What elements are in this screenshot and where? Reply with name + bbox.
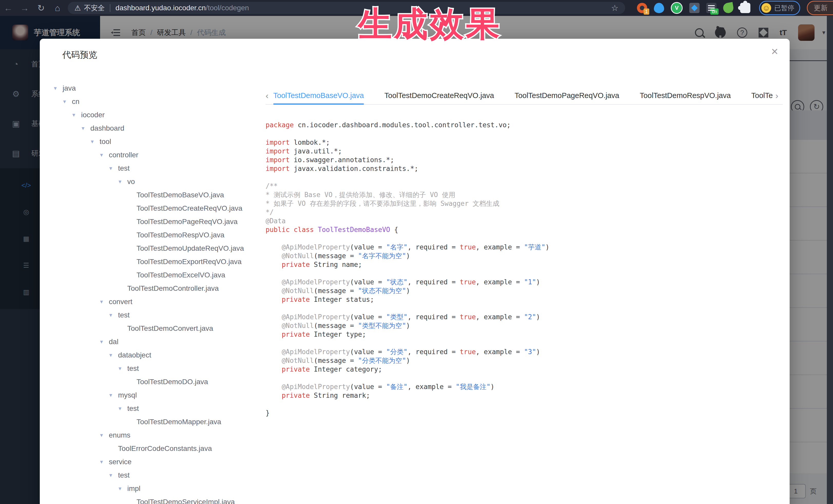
ext-diamond-icon[interactable] [689, 3, 699, 13]
tree-folder[interactable]: ▾tool [54, 135, 264, 148]
tree-file[interactable]: ToolTestDemoController.java [54, 282, 264, 295]
update-label: 更新 [814, 3, 828, 13]
tree-node-label: ToolTestDemoDO.java [137, 378, 208, 386]
back-icon[interactable]: ← [0, 3, 17, 13]
caret-down-icon[interactable]: ▾ [81, 125, 90, 131]
caret-down-icon[interactable]: ▾ [119, 365, 127, 372]
tree-node-label: test [127, 404, 139, 413]
tab-ToolTestDemoPageReqVO.java[interactable]: ToolTestDemoPageReqVO.java [504, 87, 629, 104]
tree-folder[interactable]: ▾test [54, 162, 264, 175]
tree-folder[interactable]: ▾test [54, 402, 264, 415]
tree-folder[interactable]: ▾vo [54, 175, 264, 188]
forward-icon[interactable]: → [17, 3, 33, 13]
caret-down-icon[interactable]: ▾ [109, 165, 118, 172]
tree-file[interactable]: ToolTestDemoConvert.java [54, 322, 264, 335]
tree-node-label: java [63, 84, 76, 92]
tree-folder[interactable]: ▾java [54, 81, 264, 95]
tree-node-label: ToolTestDemoController.java [127, 284, 219, 292]
caret-down-icon[interactable]: ▾ [100, 298, 109, 305]
url-path[interactable]: /tool/codegen [206, 4, 249, 12]
browser-menu-icon[interactable]: ⋮ [831, 4, 833, 12]
tree-node-label: iocoder [81, 111, 105, 119]
tree-folder[interactable]: ▾iocoder [54, 108, 264, 122]
caret-down-icon[interactable]: ▾ [100, 152, 109, 158]
bookmark-star-icon[interactable]: ☆ [611, 3, 618, 13]
tab-ToolTestDemoCreateReqVO.java[interactable]: ToolTestDemoCreateReqVO.java [374, 87, 504, 104]
tree-folder[interactable]: ▾test [54, 469, 264, 482]
tree-folder[interactable]: ▾test [54, 362, 264, 375]
tree-file[interactable]: ToolTestDemoBaseVO.java [54, 188, 264, 202]
reload-icon[interactable]: ↻ [33, 3, 49, 13]
url-host[interactable]: dashboard.yudao.iocoder.cn [116, 4, 206, 12]
tree-file[interactable]: ToolTestDemoMapper.java [54, 415, 264, 429]
tree-node-label: ToolTestDemoServiceImpl.java [137, 498, 235, 504]
ext-list-icon[interactable]: on [706, 3, 716, 13]
tree-folder[interactable]: ▾service [54, 455, 264, 469]
tree-folder[interactable]: ▾cn [54, 95, 264, 108]
tabs-scroll-right-icon[interactable]: › [775, 91, 783, 101]
caret-down-icon[interactable]: ▾ [100, 338, 109, 345]
tree-folder[interactable]: ▾test [54, 309, 264, 322]
file-tabs: ‹ ToolTestDemoBaseVO.javaToolTestDemoCre… [266, 87, 783, 105]
tree-node-label: dal [109, 338, 118, 346]
tree-node-label: ToolTestDemoUpdateReqVO.java [137, 244, 244, 253]
caret-down-icon[interactable]: ▾ [109, 312, 118, 318]
security-label[interactable]: 不安全 [84, 3, 105, 13]
tree-file[interactable]: ToolTestDemoExcelVO.java [54, 268, 264, 282]
ext-green-v-icon[interactable]: V [671, 2, 683, 14]
tree-folder[interactable]: ▾controller [54, 148, 264, 162]
tab-ToolTestDemoBaseVO.java[interactable]: ToolTestDemoBaseVO.java [273, 87, 374, 104]
tree-file[interactable]: ToolTestDemoDO.java [54, 375, 264, 388]
tree-node-label: ToolTestDemoConvert.java [127, 325, 213, 333]
ext-blue-drop-icon[interactable] [654, 3, 664, 13]
tree-folder[interactable]: ▾impl [54, 482, 264, 495]
caret-down-icon[interactable]: ▾ [109, 472, 118, 479]
tree-node-label: ToolErrorCodeConstants.java [118, 445, 212, 453]
close-icon[interactable]: × [771, 45, 778, 57]
tree-node-label: test [118, 164, 129, 172]
browser-update-button[interactable]: 更新 ⋮ [807, 1, 833, 15]
tree-node-label: test [118, 311, 129, 319]
tree-folder[interactable]: ▾mysql [54, 388, 264, 402]
tree-file[interactable]: ToolTestDemoUpdateReqVO.java [54, 242, 264, 255]
tree-node-label: ToolTestDemoCreateReqVO.java [137, 204, 242, 213]
caret-down-icon[interactable]: ▾ [119, 405, 127, 412]
caret-down-icon[interactable]: ▾ [119, 485, 127, 492]
code-block: package cn.iocoder.dashboard.modules.too… [266, 121, 549, 417]
home-icon[interactable]: ⌂ [49, 3, 66, 13]
tree-file[interactable]: ToolTestDemoExportReqVO.java [54, 255, 264, 268]
tree-file[interactable]: ToolTestDemoRespVO.java [54, 229, 264, 242]
annotation-text: 生成效果 [358, 2, 502, 47]
browser-profile-button[interactable]: ☺ 已暂停 [759, 1, 800, 15]
tree-node-label: test [127, 364, 139, 373]
caret-down-icon[interactable]: ▾ [119, 178, 127, 185]
caret-down-icon[interactable]: ▾ [63, 98, 72, 105]
tree-folder[interactable]: ▾dashboard [54, 122, 264, 135]
tree-folder[interactable]: ▾dal [54, 335, 264, 349]
extension-icons: 1Von [637, 2, 751, 14]
tree-file[interactable]: ToolTestDemoCreateReqVO.java [54, 202, 264, 215]
tree-folder[interactable]: ▾dataobject [54, 349, 264, 362]
address-bar[interactable]: ⚠ 不安全 dashboard.yudao.iocoder.cn /tool/c… [68, 2, 625, 14]
tab-ToolTe[interactable]: ToolTe [741, 87, 776, 104]
caret-down-icon[interactable]: ▾ [109, 352, 118, 359]
tab-ToolTestDemoRespVO.java[interactable]: ToolTestDemoRespVO.java [629, 87, 741, 104]
tree-file[interactable]: ToolTestDemoServiceImpl.java [54, 495, 264, 504]
ext-badge: on [710, 8, 718, 15]
caret-down-icon[interactable]: ▾ [100, 432, 109, 438]
caret-down-icon[interactable]: ▾ [100, 459, 109, 465]
ext-letter: V [672, 3, 682, 13]
caret-down-icon[interactable]: ▾ [109, 392, 118, 399]
ext-leaf-icon[interactable] [722, 2, 734, 14]
caret-down-icon[interactable]: ▾ [91, 138, 100, 145]
tree-folder[interactable]: ▾enums [54, 429, 264, 442]
caret-down-icon[interactable]: ▾ [72, 112, 81, 118]
tree-node-label: ToolTestDemoMapper.java [137, 418, 221, 426]
tree-folder[interactable]: ▾convert [54, 295, 264, 309]
tree-file[interactable]: ToolTestDemoPageReqVO.java [54, 215, 264, 229]
tabs-scroll-left-icon[interactable]: ‹ [266, 91, 273, 101]
ext-orange-icon[interactable]: 1 [637, 3, 647, 13]
caret-down-icon[interactable]: ▾ [54, 85, 63, 92]
ext-puzzle-icon[interactable] [740, 3, 751, 13]
tree-file[interactable]: ToolErrorCodeConstants.java [54, 442, 264, 455]
